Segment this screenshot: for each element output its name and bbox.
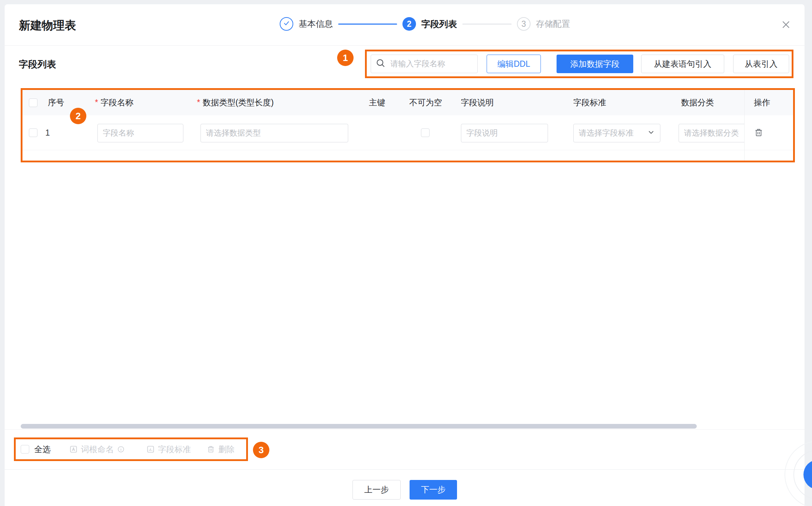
assistant-float-button[interactable] [803,460,812,490]
bulk-delete-button[interactable]: 删除 [207,444,235,455]
step-label: 字段列表 [421,18,457,30]
step-label: 存储配置 [536,18,570,30]
trash-icon [207,445,215,454]
field-description-input[interactable] [461,124,548,142]
select-placeholder: 请选择字段标准 [579,128,634,138]
field-toolbar: 编辑DDL 添加数据字段 从建表语句引入 从表引入 [367,51,792,76]
row-index: 1 [45,115,65,150]
table-header-row: 序号 * 字段名称 * 数据类型(类型长度) 主键 不可为空 字段说明 字段标准… [22,90,793,115]
data-type-input[interactable] [201,124,348,142]
field-standard-button[interactable]: 字段标准 [146,444,191,455]
required-mark: * [197,98,200,107]
dialog-title: 新建物理表 [19,18,76,34]
info-icon [117,445,125,453]
column-header-data-type: * 数据类型(类型长度) [197,90,274,115]
column-header-primary-key: 主键 [369,90,385,115]
row-checkbox[interactable] [29,128,37,137]
root-naming-button[interactable]: 词根命名 [69,444,125,455]
root-naming-label: 词根命名 [81,444,114,455]
column-header-label: 数据类型(类型长度) [203,97,274,108]
column-header-standard: 字段标准 [573,90,606,115]
column-header-description: 字段说明 [461,90,494,115]
import-from-ddl-button[interactable]: 从建表语句引入 [641,55,724,73]
annotation-badge-2: 2 [70,108,86,124]
footer-divider [5,469,805,470]
wizard-stepper: 基本信息 2 字段列表 3 存储配置 [280,17,570,31]
column-header-index: 序号 [48,90,64,115]
field-standard-icon [146,445,155,454]
field-search[interactable] [371,55,478,73]
row-actions-cell [745,115,793,150]
step-label: 基本信息 [299,18,333,30]
step-basic-info: 基本信息 [280,17,333,31]
delete-row-icon[interactable] [754,127,763,138]
column-header-not-null: 不可为空 [409,90,442,115]
check-icon [283,20,290,28]
step-pending-circle: 3 [517,17,531,31]
add-data-field-button[interactable]: 添加数据字段 [557,55,633,73]
select-all-label: 全选 [34,444,51,455]
import-from-table-button[interactable]: 从表引入 [733,55,789,73]
bulk-delete-label: 删除 [218,444,235,455]
header-divider [5,45,805,46]
field-table: 序号 * 字段名称 * 数据类型(类型长度) 主键 不可为空 字段说明 字段标准… [22,90,793,161]
scroll-area-divider [5,429,805,430]
table-row: 1 请选择字段标准 [22,115,793,150]
column-header-classification: 数据分类 [681,90,714,115]
sticky-filler [745,150,793,160]
next-step-button[interactable]: 下一步 [410,480,457,500]
step-field-list: 2 字段列表 [402,17,457,31]
root-naming-icon [69,445,78,454]
step-storage-config: 3 存储配置 [517,17,570,31]
field-standard-select[interactable]: 请选择字段标准 [573,124,660,142]
step-connector [462,24,512,25]
actions-sticky-column: 操作 [744,90,793,161]
chevron-down-icon [647,128,655,138]
section-title: 字段列表 [19,58,56,71]
annotation-badge-3: 3 [253,442,269,458]
select-all-header-checkbox[interactable] [29,98,37,107]
not-null-checkbox[interactable] [421,128,430,137]
step-done-circle [280,17,293,31]
select-all-checkbox[interactable] [21,445,29,454]
previous-step-button[interactable]: 上一步 [352,480,401,500]
column-header-field-name: * 字段名称 [95,90,133,115]
search-icon [375,58,386,70]
search-input[interactable] [390,59,473,69]
new-physical-table-dialog: 新建物理表 基本信息 2 字段列表 3 存储配置 字段列表 [5,4,805,506]
bulk-action-bar: 全选 词根命名 字段标准 [16,439,246,459]
column-header-label: 字段名称 [101,97,133,108]
column-header-actions: 操作 [745,90,793,115]
horizontal-scrollbar-thumb[interactable] [21,424,697,429]
step-connector [338,24,397,25]
close-icon[interactable] [780,19,792,31]
field-standard-label: 字段标准 [158,444,191,455]
required-mark: * [95,98,98,107]
annotation-badge-1: 1 [337,50,354,66]
field-name-input[interactable] [97,124,183,142]
edit-ddl-button[interactable]: 编辑DDL [487,55,541,73]
step-active-circle: 2 [402,17,416,31]
